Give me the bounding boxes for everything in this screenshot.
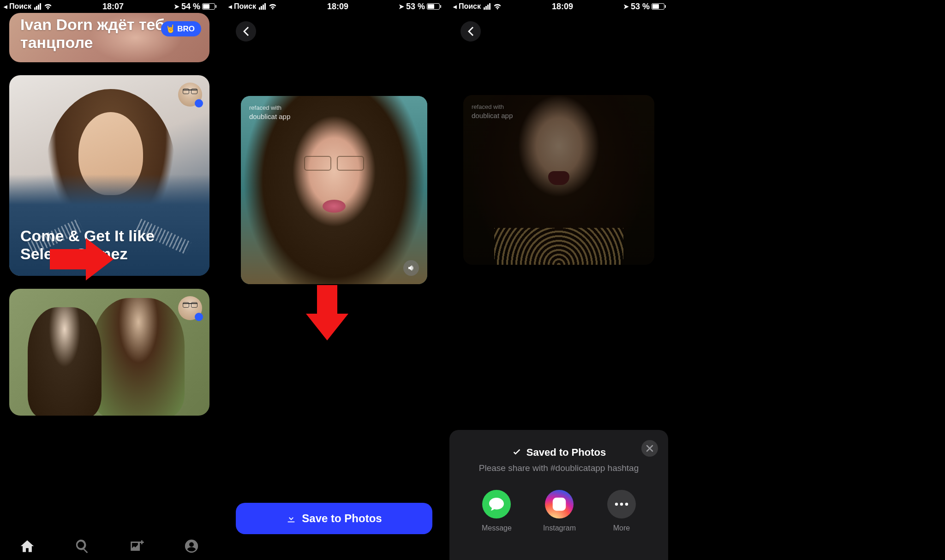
svg-point-3	[615, 503, 618, 506]
battery-icon	[427, 3, 440, 10]
close-button[interactable]	[641, 440, 658, 457]
user-face-avatar[interactable]	[178, 296, 202, 320]
share-option-label: More	[613, 524, 630, 532]
bottom-nav	[0, 532, 219, 560]
share-option-message[interactable]: Message	[482, 490, 512, 532]
svg-point-1	[556, 501, 562, 507]
share-options-row: Message Instagram More	[449, 490, 668, 532]
bro-badge[interactable]: 🤘 BRO	[161, 21, 201, 36]
cellular-signal-icon	[259, 3, 266, 10]
status-back-app[interactable]: Поиск	[453, 2, 481, 11]
checkmark-icon	[512, 447, 522, 458]
rock-emoji-icon: 🤘	[166, 24, 175, 34]
save-to-photos-button[interactable]: Save to Photos	[236, 503, 432, 534]
status-bar: Поиск 18:09 ➤ 53 %	[449, 0, 668, 13]
location-icon: ➤	[623, 3, 629, 10]
share-option-label: Message	[482, 524, 512, 532]
user-face-avatar[interactable]	[178, 83, 202, 107]
status-bar: Поиск 18:07 ➤ 54 %	[0, 0, 219, 13]
share-option-label: Instagram	[543, 524, 576, 532]
back-button[interactable]	[236, 21, 256, 42]
cellular-signal-icon	[34, 3, 41, 10]
share-option-more[interactable]: More	[607, 490, 636, 532]
sound-toggle[interactable]	[403, 260, 419, 276]
status-time: 18:09	[327, 2, 348, 12]
screen-share: Поиск 18:09 ➤ 53 % refaced with doublica…	[449, 0, 668, 560]
watermark: refaced with doublicat app	[249, 104, 290, 121]
status-back-app[interactable]: Поиск	[4, 2, 31, 11]
status-time: 18:07	[102, 2, 124, 12]
more-icon	[607, 490, 636, 518]
save-button-label: Save to Photos	[302, 512, 382, 525]
battery-icon	[652, 3, 664, 10]
watermark: refaced with doublicat app	[472, 103, 513, 120]
share-sheet: Saved to Photos Please share with #doubl…	[449, 430, 668, 560]
chevron-left-icon	[467, 27, 474, 36]
status-time: 18:09	[552, 2, 573, 12]
svg-point-4	[620, 503, 623, 506]
nav-home-icon[interactable]	[19, 538, 35, 554]
status-battery-percent: 53 %	[406, 2, 425, 12]
download-icon	[286, 513, 296, 524]
svg-point-2	[562, 500, 564, 501]
message-app-icon	[482, 490, 511, 518]
status-battery-percent: 54 %	[181, 2, 200, 12]
bro-badge-label: BRO	[177, 24, 195, 34]
battery-icon	[202, 3, 215, 10]
nav-search-icon[interactable]	[74, 538, 90, 554]
location-icon: ➤	[174, 3, 179, 10]
back-button[interactable]	[461, 21, 481, 42]
nav-profile-icon[interactable]	[184, 538, 199, 554]
saved-confirmation: Saved to Photos	[449, 447, 668, 459]
share-subtitle: Please share with #doublicatapp hashtag	[449, 463, 668, 473]
wifi-icon	[44, 3, 52, 10]
status-battery-percent: 53 %	[631, 2, 650, 12]
screen-result: Поиск 18:09 ➤ 53 % refaced with doublica…	[225, 0, 443, 560]
card-title: Come & Get It like Selena Gomez	[20, 227, 209, 263]
status-back-app[interactable]: Поиск	[228, 2, 256, 11]
status-bar: Поиск 18:09 ➤ 53 %	[225, 0, 443, 13]
cellular-signal-icon	[484, 3, 490, 10]
nav-gallery-add-icon[interactable]	[129, 538, 144, 554]
chevron-left-icon	[243, 27, 249, 36]
result-video[interactable]: refaced with doublicat app	[241, 96, 427, 284]
result-video-dimmed: refaced with doublicat app	[463, 95, 654, 265]
close-icon	[646, 445, 653, 452]
saved-label: Saved to Photos	[526, 447, 606, 459]
wifi-icon	[493, 3, 502, 10]
location-icon: ➤	[399, 3, 404, 10]
screen-feed: Поиск 18:07 ➤ 54 % Ivan Dorn ждёт тебя н…	[0, 0, 219, 560]
instagram-app-icon	[545, 490, 574, 518]
annotation-arrow-down-icon	[317, 285, 348, 340]
wifi-icon	[269, 3, 277, 10]
speaker-icon	[407, 264, 415, 272]
svg-point-5	[625, 503, 628, 506]
feed-card-third[interactable]	[9, 289, 209, 416]
feed-card-ivan-dorn[interactable]: Ivan Dorn ждёт тебя на танцполе 🤘 BRO	[9, 13, 209, 62]
share-option-instagram[interactable]: Instagram	[543, 490, 576, 532]
